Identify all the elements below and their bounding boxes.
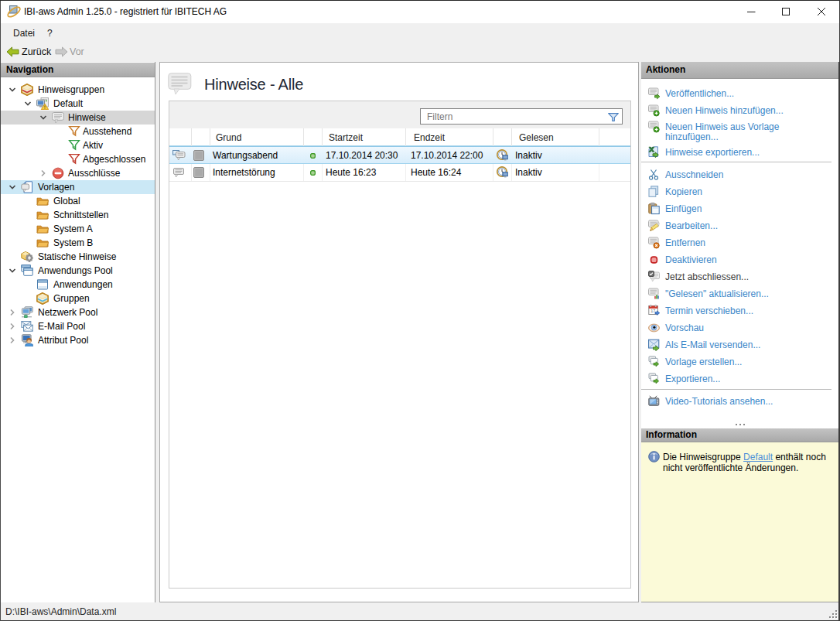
svg-text:17: 17: [650, 309, 655, 313]
